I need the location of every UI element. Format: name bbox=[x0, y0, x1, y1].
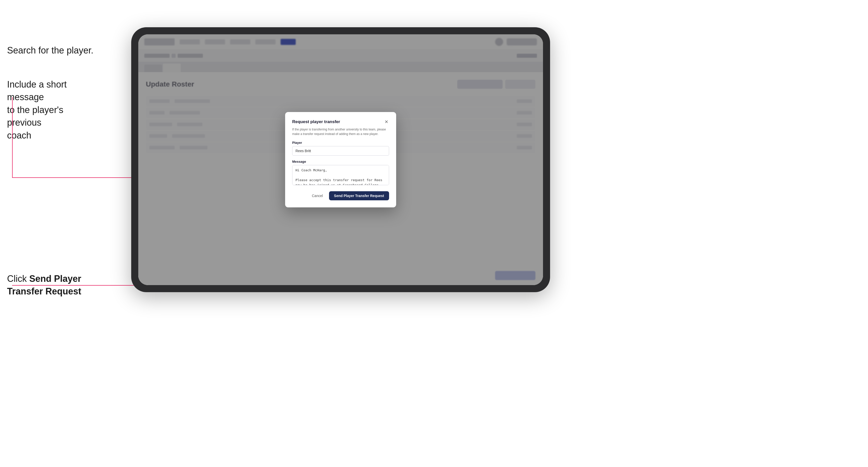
annotation-click: Click Send Player Transfer Request bbox=[7, 273, 98, 298]
modal-footer: Cancel Send Player Transfer Request bbox=[292, 191, 389, 200]
modal-close-button[interactable]: ✕ bbox=[383, 119, 389, 125]
modal-dialog: Request player transfer ✕ If the player … bbox=[285, 112, 396, 208]
message-form-group: Message Hi Coach McHarg, Please accept t… bbox=[292, 160, 389, 186]
player-label: Player bbox=[292, 141, 389, 145]
modal-header: Request player transfer ✕ bbox=[292, 119, 389, 125]
ipad-screen: Update Roster bbox=[138, 34, 543, 285]
arrow-line-vertical-1 bbox=[12, 97, 12, 178]
annotation-message: Include a short messageto the player's p… bbox=[7, 78, 98, 142]
send-transfer-button[interactable]: Send Player Transfer Request bbox=[329, 191, 389, 200]
annotation-search: Search for the player. bbox=[7, 44, 93, 57]
message-textarea[interactable]: Hi Coach McHarg, Please accept this tran… bbox=[292, 165, 389, 185]
modal-title: Request player transfer bbox=[292, 119, 340, 124]
modal-overlay: Request player transfer ✕ If the player … bbox=[138, 34, 543, 285]
ipad-device: Update Roster bbox=[131, 27, 550, 292]
modal-description: If the player is transferring from anoth… bbox=[292, 127, 389, 136]
cancel-button[interactable]: Cancel bbox=[309, 192, 326, 200]
player-form-group: Player bbox=[292, 141, 389, 156]
player-input[interactable] bbox=[292, 146, 389, 156]
message-label: Message bbox=[292, 160, 389, 163]
